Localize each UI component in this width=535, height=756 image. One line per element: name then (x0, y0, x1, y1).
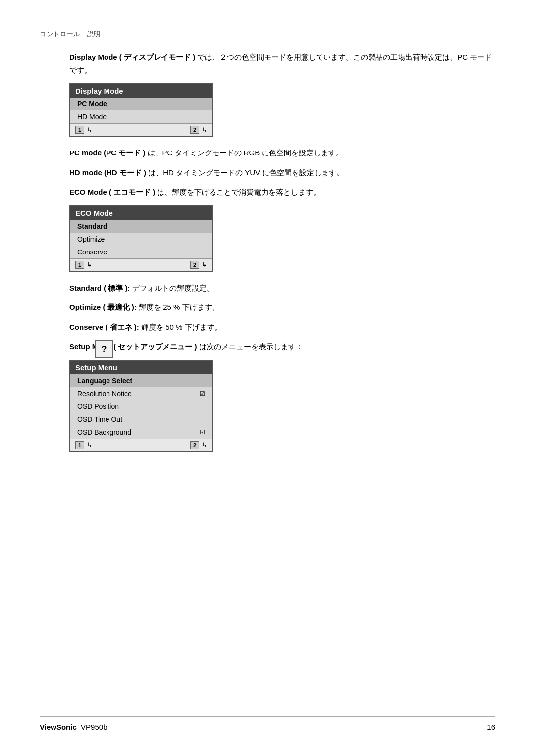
footer-page-number: 16 (487, 723, 495, 731)
conserve-desc: Conserve ( 省エネ ): 輝度を 50 % 下げます。 (69, 321, 495, 334)
setup-item-language[interactable]: Language Select (70, 374, 212, 387)
footer-brand: ViewSonic (40, 723, 77, 731)
setup-item-osd-timeout-label: OSD Time Out (77, 415, 122, 423)
setup-content: Setup Menu ( セットアップメニュー ) は次のメニューを表示します：… (69, 340, 303, 462)
footer-brand-model: ViewSonic VP950b (40, 723, 107, 731)
conserve-label: Conserve ( 省エネ ): (69, 323, 139, 331)
osd-background-checkbox: ☑ (200, 429, 205, 436)
eco-mode-item-conserve[interactable]: Conserve (70, 246, 212, 258)
display-mode-footer: 1 ↳ 2 ↳ (70, 123, 212, 136)
resolution-checkbox: ☑ (200, 390, 205, 397)
display-mode-item-hd[interactable]: HD Mode (70, 110, 212, 123)
setup-menu-box: Setup Menu Language Select Resolution No… (69, 360, 213, 452)
display-mode-item-pc[interactable]: PC Mode (70, 98, 212, 110)
eco-mode-footer: 1 ↳ 2 ↳ (70, 258, 212, 271)
eco-footer-btn-1: 1 (75, 261, 84, 269)
eco-footer-left: 1 ↳ (75, 261, 92, 269)
eco-mode-item-optimize[interactable]: Optimize (70, 233, 212, 246)
setup-item-resolution-label: Resolution Notice (77, 390, 132, 398)
page-footer: ViewSonic VP950b 16 (40, 716, 495, 731)
setup-footer-left: 1 ↳ (75, 441, 92, 449)
header-label: コントロール 説明 (40, 30, 101, 39)
pc-mode-label: PC mode (PC モード ) (69, 149, 145, 157)
setup-item-resolution[interactable]: Resolution Notice ☑ (70, 387, 212, 400)
eco-mode-bold-label: ECO Mode ( エコモード ) (69, 188, 155, 196)
eco-mode-title: ECO Mode (70, 206, 212, 220)
display-mode-menu: Display Mode PC Mode HD Mode 1 ↳ 2 ↳ (69, 83, 213, 137)
setup-footer-arrow-right: ↳ (202, 441, 207, 449)
footer-model: VP950b (79, 723, 107, 731)
setup-item-osd-timeout[interactable]: OSD Time Out (70, 413, 212, 426)
standard-label: Standard ( 標準 ): (69, 284, 130, 292)
question-icon: ? (95, 340, 113, 358)
optimize-label: Optimize ( 最適化 ): (69, 303, 137, 311)
hd-mode-desc: HD mode (HD モード ) は、HD タイミングモードの YUV に色空… (69, 166, 495, 179)
display-mode-title: Display Mode (70, 84, 212, 98)
setup-footer-arrow-left: ↳ (87, 441, 92, 449)
setup-item-osd-background-label: OSD Background (77, 428, 131, 436)
eco-footer-right: 2 ↳ (190, 261, 207, 269)
eco-footer-btn-2: 2 (190, 261, 199, 269)
footer-btn-1: 1 (75, 126, 84, 134)
setup-footer: 1 ↳ 2 ↳ (70, 439, 212, 451)
setup-section: ? Setup Menu ( セットアップメニュー ) は次のメニューを表示しま… (69, 340, 495, 462)
setup-menu-bold-label: Setup Menu ( セットアップメニュー ) (69, 342, 197, 351)
header-line: コントロール 説明 (40, 30, 495, 42)
footer-right-item: 2 ↳ (190, 126, 207, 134)
setup-item-language-label: Language Select (77, 377, 132, 385)
setup-footer-btn-2: 2 (190, 441, 199, 449)
eco-mode-intro: ECO Mode ( エコモード ) は、輝度を下げることで消費電力を落とします… (69, 186, 495, 199)
pc-mode-desc: PC mode (PC モード ) は、PC タイミングモードの RGB に色空… (69, 147, 495, 159)
setup-item-osd-position-label: OSD Position (77, 403, 119, 410)
optimize-desc: Optimize ( 最適化 ): 輝度を 25 % 下げます。 (69, 301, 495, 314)
setup-item-osd-background[interactable]: OSD Background ☑ (70, 426, 212, 439)
setup-item-osd-position[interactable]: OSD Position (70, 400, 212, 413)
display-mode-intro: Display Mode ( ディスプレイモード ) では、２つの色空間モードを… (69, 51, 495, 76)
hd-mode-label: HD mode (HD モード ) (69, 168, 146, 177)
footer-arrow-right: ↳ (202, 126, 207, 134)
setup-menu-title: Setup Menu (70, 361, 212, 374)
footer-btn-2: 2 (190, 126, 199, 134)
setup-footer-btn-1: 1 (75, 441, 84, 449)
eco-footer-arrow-right: ↳ (202, 261, 207, 268)
eco-mode-menu: ECO Mode Standard Optimize Conserve 1 ↳ … (69, 205, 213, 272)
footer-arrow-left: ↳ (87, 126, 92, 134)
display-mode-bold-label: Display Mode ( ディスプレイモード ) (69, 53, 195, 61)
eco-mode-item-standard[interactable]: Standard (70, 220, 212, 233)
eco-footer-arrow-left: ↳ (87, 261, 92, 268)
page-container: コントロール 説明 Display Mode ( ディスプレイモード ) では、… (0, 0, 535, 756)
standard-desc: Standard ( 標準 ): デフォルトの輝度設定。 (69, 282, 495, 295)
setup-footer-right: 2 ↳ (190, 441, 207, 449)
content-area: Display Mode ( ディスプレイモード ) では、２つの色空間モードを… (69, 51, 495, 462)
footer-left-item: 1 ↳ (75, 126, 92, 134)
